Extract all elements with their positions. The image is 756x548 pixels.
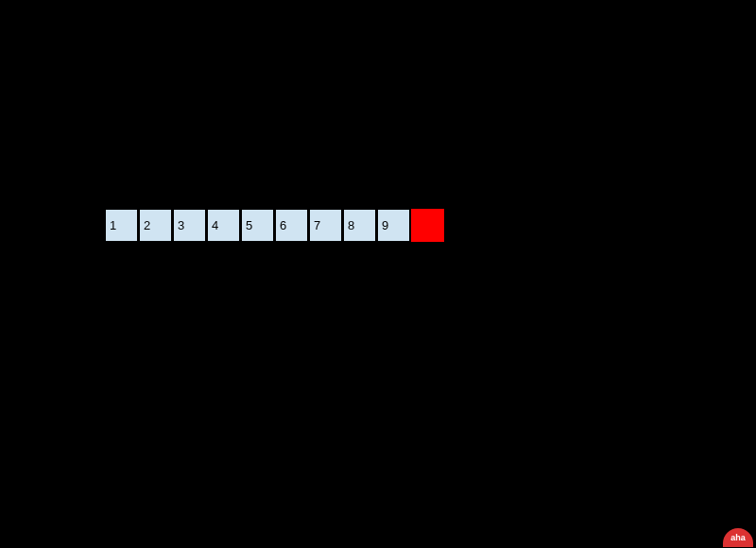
array-cell: 8 (343, 209, 376, 242)
array-cell: 6 (275, 209, 308, 242)
watermark-logo: aha (723, 528, 753, 547)
array-row: 1 2 3 4 5 6 7 8 9 (105, 209, 444, 242)
array-cell: 7 (309, 209, 342, 242)
array-cell-highlight (411, 209, 444, 242)
array-cell: 3 (173, 209, 206, 242)
array-cell: 9 (377, 209, 410, 242)
array-cell: 2 (139, 209, 172, 242)
array-cell: 1 (105, 209, 138, 242)
array-cell: 5 (241, 209, 274, 242)
array-cell: 4 (207, 209, 240, 242)
